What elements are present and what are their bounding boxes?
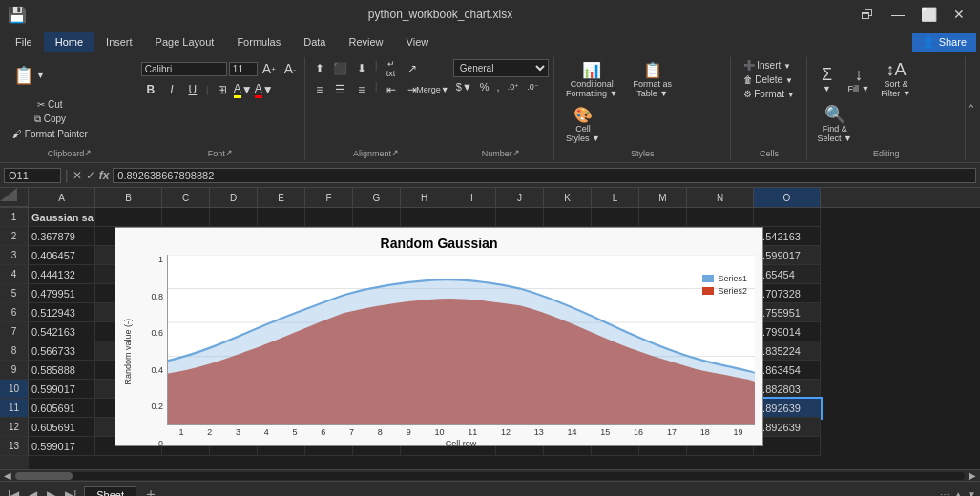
sheet-nav-prev[interactable]: ◀ bbox=[25, 486, 41, 497]
cell-o1[interactable] bbox=[754, 208, 821, 227]
cell-j1[interactable] bbox=[496, 208, 544, 227]
col-header-m[interactable]: M bbox=[639, 188, 687, 207]
save-icon[interactable]: 💾 bbox=[8, 6, 27, 24]
cell-k1[interactable] bbox=[544, 208, 592, 227]
cell-a11[interactable]: 0.605691 bbox=[29, 399, 95, 418]
paste-button[interactable]: 📋 ▼ bbox=[10, 65, 49, 86]
bold-button[interactable]: B bbox=[141, 80, 160, 99]
vertical-scroll-down-button[interactable]: ▼ bbox=[967, 489, 976, 496]
font-color-button[interactable]: A▼ bbox=[255, 80, 274, 99]
cell-a9[interactable]: 0.585888 bbox=[29, 361, 95, 380]
tab-review[interactable]: Review bbox=[337, 32, 394, 52]
cell-o4[interactable]: 0.65454 bbox=[754, 265, 821, 284]
share-button[interactable]: 👤 Share bbox=[912, 33, 976, 52]
underline-button[interactable]: U bbox=[183, 80, 202, 99]
row-header-13[interactable]: 13 bbox=[0, 437, 29, 456]
ribbon-collapse-button[interactable]: ⌃ bbox=[966, 57, 976, 160]
orientation-button[interactable]: ↗ bbox=[403, 59, 422, 78]
cell-a6[interactable]: 0.512943 bbox=[29, 303, 95, 322]
col-header-n[interactable]: N bbox=[687, 188, 754, 207]
cell-o13[interactable] bbox=[754, 437, 821, 456]
sheet-nav-first[interactable]: |◀ bbox=[4, 486, 23, 497]
col-header-l[interactable]: L bbox=[592, 188, 639, 207]
cell-a1[interactable]: Gaussian sample data bbox=[29, 208, 95, 227]
scroll-left-button[interactable]: ◀ bbox=[4, 470, 11, 481]
cell-o2[interactable]: 0.542163 bbox=[754, 227, 821, 246]
cell-a10[interactable]: 0.599017 bbox=[29, 380, 95, 399]
col-header-h[interactable]: H bbox=[401, 188, 448, 207]
cell-b1[interactable] bbox=[95, 208, 162, 227]
col-header-g[interactable]: G bbox=[353, 188, 401, 207]
row-header-7[interactable]: 7 bbox=[0, 322, 29, 341]
col-header-d[interactable]: D bbox=[210, 188, 258, 207]
alignment-expand[interactable]: ↗ bbox=[391, 148, 399, 157]
conditional-formatting-button[interactable]: 📊 ConditionalFormatting ▼ bbox=[560, 59, 623, 100]
format-painter-button[interactable]: 🖌 Format Painter bbox=[10, 128, 91, 140]
tab-home[interactable]: Home bbox=[44, 32, 94, 52]
format-button[interactable]: ⚙ Format ▼ bbox=[740, 88, 798, 100]
delete-button[interactable]: 🗑 Delete ▼ bbox=[740, 73, 797, 86]
col-header-b[interactable]: B bbox=[95, 188, 162, 207]
find-select-button[interactable]: 🔍 Find &Select ▼ bbox=[813, 104, 855, 145]
col-header-k[interactable]: K bbox=[544, 188, 592, 207]
cell-d1[interactable] bbox=[210, 208, 258, 227]
scroll-right-button[interactable]: ▶ bbox=[969, 470, 976, 481]
add-sheet-button[interactable]: ＋ bbox=[140, 485, 161, 497]
cell-a8[interactable]: 0.566733 bbox=[29, 341, 95, 361]
cell-i1[interactable] bbox=[448, 208, 496, 227]
tab-insert[interactable]: Insert bbox=[94, 32, 144, 52]
vertical-scroll-up-button[interactable]: ▲ bbox=[953, 489, 963, 496]
sheet-nav-last[interactable]: ▶| bbox=[61, 486, 80, 497]
number-format-select[interactable]: General bbox=[453, 59, 549, 77]
row-header-2[interactable]: 2 bbox=[0, 227, 29, 246]
cell-o10[interactable]: 0.882803 bbox=[754, 380, 821, 399]
row-header-11[interactable]: 11 bbox=[0, 399, 29, 418]
font-shrink-button[interactable]: A- bbox=[281, 59, 300, 78]
row-header-8[interactable]: 8 bbox=[0, 341, 29, 361]
fill-color-button[interactable]: A▼ bbox=[234, 80, 253, 99]
scroll-track[interactable] bbox=[15, 472, 965, 480]
cell-m1[interactable] bbox=[639, 208, 687, 227]
cell-o11[interactable]: 0.892639 bbox=[754, 399, 821, 418]
cell-a3[interactable]: 0.406457 bbox=[29, 246, 95, 265]
copy-button[interactable]: ⧉ Copy bbox=[10, 113, 91, 126]
row-header-6[interactable]: 6 bbox=[0, 303, 29, 322]
align-top-button[interactable]: ⬆ bbox=[310, 59, 329, 78]
cell-o7[interactable]: 0.799014 bbox=[754, 322, 821, 341]
confirm-formula-icon[interactable]: ✓ bbox=[86, 169, 95, 182]
percent-button[interactable]: % bbox=[477, 80, 492, 93]
align-left-button[interactable]: ≡ bbox=[310, 80, 329, 99]
italic-button[interactable]: I bbox=[162, 80, 181, 99]
comma-button[interactable]: , bbox=[494, 80, 503, 93]
sheet-nav-next[interactable]: ▶ bbox=[43, 486, 59, 497]
col-header-a[interactable]: A bbox=[29, 188, 95, 207]
row-header-10[interactable]: 10 bbox=[0, 380, 29, 399]
align-bottom-button[interactable]: ⬇ bbox=[352, 59, 371, 78]
cell-a2[interactable]: 0.367879 bbox=[29, 227, 95, 246]
align-middle-button[interactable]: ⬛ bbox=[331, 59, 350, 78]
cell-a4[interactable]: 0.444132 bbox=[29, 265, 95, 284]
align-right-button[interactable]: ≡ bbox=[352, 80, 371, 99]
autosum-button[interactable]: Σ ▼ bbox=[813, 64, 840, 95]
row-header-4[interactable]: 4 bbox=[0, 265, 29, 284]
cell-a5[interactable]: 0.479951 bbox=[29, 284, 95, 303]
restore-button[interactable]: 🗗 bbox=[854, 5, 881, 24]
currency-button[interactable]: $▼ bbox=[453, 80, 475, 93]
sort-filter-button[interactable]: ↕A Sort &Filter ▼ bbox=[877, 59, 914, 100]
cell-a12[interactable]: 0.605691 bbox=[29, 418, 95, 437]
font-grow-button[interactable]: A+ bbox=[260, 59, 279, 78]
col-header-j[interactable]: J bbox=[496, 188, 544, 207]
cell-g1[interactable] bbox=[353, 208, 401, 227]
row-header-1[interactable]: 1 bbox=[0, 208, 29, 227]
cell-a7[interactable]: 0.542163 bbox=[29, 322, 95, 341]
number-expand[interactable]: ↗ bbox=[512, 148, 520, 157]
col-header-o[interactable]: O bbox=[754, 188, 821, 207]
row-header-3[interactable]: 3 bbox=[0, 246, 29, 265]
cell-styles-button[interactable]: 🎨 CellStyles ▼ bbox=[560, 104, 606, 145]
cell-o3[interactable]: 0.599017 bbox=[754, 246, 821, 265]
cell-h1[interactable] bbox=[401, 208, 448, 227]
chart-container[interactable]: Random Gaussian Random value (-) 1 0.8 0… bbox=[115, 227, 763, 446]
tab-data[interactable]: Data bbox=[292, 32, 337, 52]
cell-o6[interactable]: 0.755951 bbox=[754, 303, 821, 322]
scroll-thumb[interactable] bbox=[15, 472, 73, 480]
